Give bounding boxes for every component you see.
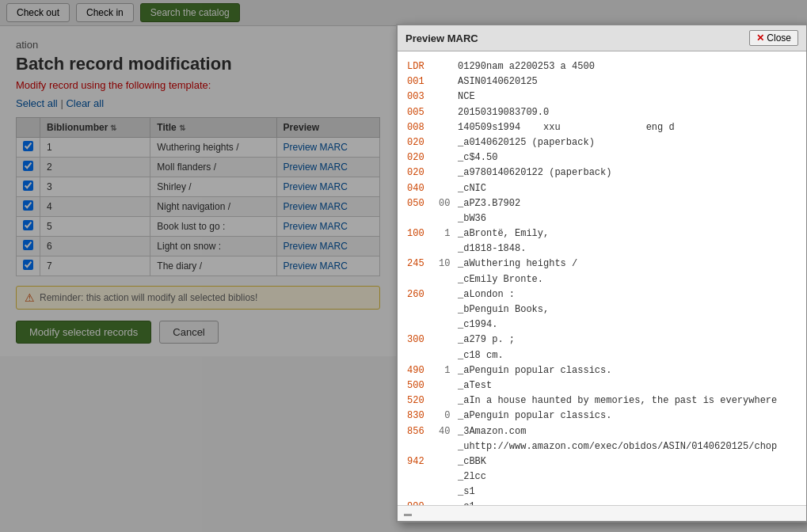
marc-tag xyxy=(407,317,436,332)
marc-tag: 005 xyxy=(407,105,436,120)
marc-indicators xyxy=(439,59,455,74)
marc-line: _c1994. xyxy=(407,317,797,332)
marc-tag: 020 xyxy=(407,165,436,180)
marc-line: _cEmily Bronte. xyxy=(407,272,797,287)
marc-line: 300 _a279 p. ; xyxy=(407,332,797,348)
marc-data: 140509s1994 xxu eng d xyxy=(458,120,675,135)
marc-tag: 001 xyxy=(407,74,436,89)
marc-line: 020 _a9780140620122 (paperback) xyxy=(407,165,797,180)
marc-indicators xyxy=(439,317,455,332)
marc-indicators xyxy=(439,105,455,120)
marc-line: 100 1_aBrontë, Emily, xyxy=(407,226,797,241)
marc-indicators xyxy=(439,287,455,302)
marc-tag: 020 xyxy=(407,150,436,165)
marc-data: 20150319083709.0 xyxy=(458,105,549,120)
marc-tag: 100 xyxy=(407,226,436,241)
marc-line: 05000_aPZ3.B7902 xyxy=(407,196,797,211)
marc-line: _d1818-1848. xyxy=(407,241,797,256)
marc-data: _aLondon : xyxy=(458,287,515,302)
marc-data: ASIN0140620125 xyxy=(458,74,538,89)
marc-data: 01290nam a2200253 a 4500 xyxy=(458,59,595,74)
marc-indicators xyxy=(439,165,455,180)
marc-indicators xyxy=(439,181,455,196)
modal-close-button[interactable]: ✕ Close xyxy=(749,30,798,46)
marc-indicators xyxy=(439,150,455,165)
marc-tag xyxy=(407,302,436,317)
marc-indicators: 00 xyxy=(439,196,455,211)
marc-line: 020 _a0140620125 (paperback) xyxy=(407,135,797,150)
marc-data: _d1818-1848. xyxy=(458,241,526,256)
marc-data: _aPZ3.B7902 xyxy=(458,196,520,211)
marc-tag: 040 xyxy=(407,181,436,196)
marc-indicators xyxy=(439,302,455,317)
marc-tag: 245 xyxy=(407,256,436,272)
marc-data: _bW36 xyxy=(458,211,486,226)
marc-line: 003 NCE xyxy=(407,89,797,104)
marc-line: _c18 cm. xyxy=(407,348,797,356)
marc-indicators xyxy=(439,348,455,356)
marc-data: _a279 p. ; xyxy=(458,332,515,348)
marc-line: 040 _cNIC xyxy=(407,181,797,196)
modal-titlebar: Preview MARC ✕ Close xyxy=(398,25,806,51)
marc-data: _c1994. xyxy=(458,317,497,332)
marc-tag: 003 xyxy=(407,89,436,104)
marc-line: 005 20150319083709.0 xyxy=(407,105,797,120)
marc-data: _c18 cm. xyxy=(458,348,504,356)
marc-tag: 008 xyxy=(407,120,436,135)
marc-indicators xyxy=(439,135,455,150)
marc-indicators xyxy=(439,74,455,89)
marc-line: 24510_aWuthering heights / xyxy=(407,256,797,272)
marc-line: _bW36 xyxy=(407,211,797,226)
marc-tag: 020 xyxy=(407,135,436,150)
marc-indicators: 1 xyxy=(439,226,455,241)
marc-data: _bPenguin Books, xyxy=(458,302,549,317)
marc-tag xyxy=(407,272,436,287)
marc-tag: 260 xyxy=(407,287,436,302)
marc-data: _cNIC xyxy=(458,181,486,196)
marc-tag xyxy=(407,211,436,226)
marc-indicators xyxy=(439,332,455,348)
marc-data: _cEmily Bronte. xyxy=(458,272,543,287)
marc-tag: 300 xyxy=(407,332,436,348)
marc-tag: LDR xyxy=(407,59,436,74)
marc-indicators xyxy=(439,272,455,287)
marc-tag: 050 xyxy=(407,196,436,211)
marc-indicators xyxy=(439,241,455,256)
marc-indicators xyxy=(439,89,455,104)
close-button-label: Close xyxy=(767,32,791,44)
marc-data: _aBrontë, Emily, xyxy=(458,226,549,241)
marc-line: 020 _c$4.50 xyxy=(407,150,797,165)
marc-data: _a9780140620122 (paperback) xyxy=(458,165,611,180)
marc-data: _aWuthering heights / xyxy=(458,256,577,272)
close-x-icon: ✕ xyxy=(756,32,764,44)
marc-line: LDR01290nam a2200253 a 4500 xyxy=(407,59,797,74)
preview-marc-dialog: Preview MARC ✕ Close LDR01290nam a220025… xyxy=(396,24,807,356)
marc-tag xyxy=(407,241,436,256)
marc-data: _c$4.50 xyxy=(458,150,497,165)
marc-content-body[interactable]: LDR01290nam a2200253 a 4500001 ASIN01406… xyxy=(398,51,806,356)
marc-tag xyxy=(407,348,436,356)
marc-indicators xyxy=(439,211,455,226)
marc-line: 001 ASIN0140620125 xyxy=(407,74,797,89)
marc-line: _bPenguin Books, xyxy=(407,302,797,317)
marc-line: 260 _aLondon : xyxy=(407,287,797,302)
marc-data: _a0140620125 (paperback) xyxy=(458,135,595,150)
marc-indicators xyxy=(439,120,455,135)
marc-line: 008 140509s1994 xxu eng d xyxy=(407,120,797,135)
modal-title: Preview MARC xyxy=(405,32,478,44)
marc-indicators: 10 xyxy=(439,256,455,272)
marc-data: NCE xyxy=(458,89,475,104)
